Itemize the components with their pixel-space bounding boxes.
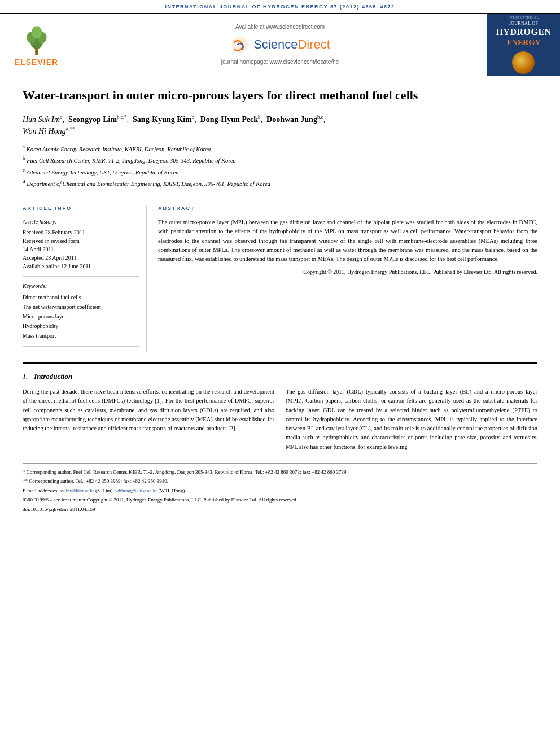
- footnote-email: E-mail addresses: sylim@kier.re.kr (S. L…: [23, 487, 537, 495]
- authors-line: Hun Suk Ima, Seongyop Limb,c,*, Sang-Kyu…: [23, 113, 537, 137]
- main-content: Water-transport in outer micro-porous la…: [0, 76, 560, 513]
- section-title: Introduction: [34, 372, 72, 381]
- keywords-group: Keywords: Direct methanol fuel cells The…: [23, 282, 139, 340]
- footnotes-area: * Corresponding author. Fuel Cell Resear…: [23, 463, 537, 513]
- section-number: 1.: [23, 373, 28, 381]
- article-history-group: Article history: Received 28 February 20…: [23, 218, 139, 270]
- introduction-heading: 1. Introduction: [23, 372, 537, 382]
- divider-1: [23, 198, 537, 198]
- footnote-issn: 0360-3199/$ – see front matter Copyright…: [23, 496, 537, 504]
- affiliations: a Korea Atomic Energy Research Institute…: [23, 143, 537, 189]
- sciencedirect-icon: [230, 34, 250, 55]
- sciencedirect-logo: ScienceDirect: [230, 34, 330, 55]
- abstract-col: ABSTRACT The outer micro-porous layer (M…: [158, 205, 537, 352]
- author-hun-suk-im: Hun Suk Ima: [23, 115, 63, 124]
- affil-a: a Korea Atomic Energy Research Institute…: [23, 143, 537, 154]
- intro-left-col: During the past decade, there have been …: [23, 387, 274, 452]
- available-online-date: Available online 12 June 2011: [23, 262, 139, 270]
- svg-point-5: [35, 47, 38, 51]
- revised-form-label: Received in revised form: [23, 237, 139, 245]
- keyword-3: Micro-porous layer: [23, 312, 139, 321]
- elsevier-wordmark: ELSEVIER: [15, 57, 58, 68]
- introduction-section: 1. Introduction During the past decade, …: [23, 362, 537, 452]
- introduction-body: During the past decade, there have been …: [23, 387, 537, 452]
- journal-homepage-text: journal homepage: www.elsevier.com/locat…: [221, 58, 339, 66]
- elsevier-tree-icon: [20, 21, 54, 55]
- keyword-2: The net water-transport coefficient: [23, 302, 139, 312]
- author-sang-kyung-kim: Sang-Kyung Kimb: [133, 115, 194, 124]
- author-dong-hyun-peck: Dong-Hyun Peckb: [200, 115, 261, 124]
- revised-date: 14 April 2011: [23, 245, 139, 254]
- divider-keywords: [23, 276, 139, 277]
- abstract-copyright: Copyright © 2011, Hydrogen Energy Public…: [158, 268, 537, 276]
- abstract-text: The outer micro-porous layer (MPL) betwe…: [158, 218, 537, 264]
- hydrogen-energy-cover: International Journal of HYDROGEN ENERGY: [487, 14, 560, 76]
- keywords-title: Keywords:: [23, 282, 139, 290]
- article-info-label: ARTICLE INFO: [23, 205, 139, 212]
- svg-point-4: [31, 27, 41, 39]
- footnote-star1: * Corresponding author. Fuel Cell Resear…: [23, 468, 537, 476]
- he-hydrogen-text: HYDROGEN: [496, 27, 551, 37]
- keyword-4: Hydrophobicity: [23, 321, 139, 331]
- elsevier-logo-area: ELSEVIER: [0, 14, 73, 76]
- author-won-hi-hong: Won Hi Hongd,**: [23, 127, 75, 136]
- author-doohwan-jung: Doohwan Jungb,c: [266, 115, 323, 124]
- he-intl-text: International: [508, 15, 539, 20]
- he-journal-text: Journal of: [509, 20, 538, 27]
- paper-title: Water-transport in outer micro-porous la…: [23, 88, 537, 104]
- affil-d: d Department of Chemical and Biomolecula…: [23, 177, 537, 189]
- sciencedirect-banner: Available at www.sciencedirect.com Scien…: [73, 14, 487, 76]
- intro-right-text: The gas diffusion layer (GDL) typically …: [286, 387, 537, 452]
- affil-b: b Fuel Cell Research Center, KIER, 71-2,…: [23, 154, 537, 165]
- intro-right-col: The gas diffusion layer (GDL) typically …: [286, 387, 537, 452]
- svg-rect-6: [35, 51, 38, 55]
- keyword-5: Mass transport: [23, 331, 139, 340]
- email-link-hong[interactable]: whhong@kaist.ac.kr: [115, 488, 157, 493]
- received-date: Received 28 February 2011: [23, 228, 139, 237]
- available-text: Available at www.sciencedirect.com: [235, 23, 325, 31]
- intro-left-text: During the past decade, there have been …: [23, 387, 274, 433]
- abstract-label: ABSTRACT: [158, 205, 537, 212]
- sciencedirect-wordmark: ScienceDirect: [253, 36, 330, 54]
- article-info-col: ARTICLE INFO Article history: Received 2…: [23, 205, 147, 352]
- email-link-lim[interactable]: sylim@kier.re.kr: [60, 488, 94, 493]
- info-abstract-section: ARTICLE INFO Article history: Received 2…: [23, 205, 537, 352]
- article-history-title: Article history:: [23, 218, 139, 226]
- affil-c: c Advanced Energy Technology, UST, Daeje…: [23, 166, 537, 177]
- divider-bottom-left: [23, 346, 139, 347]
- journal-header: INTERNATIONAL JOURNAL OF HYDROGEN ENERGY…: [0, 0, 560, 14]
- footnote-star2: ** Corresponding author. Tel.: +82 42 35…: [23, 477, 537, 485]
- footnote-doi: doi:10.1016/j.ijhydene.2011.04.159: [23, 505, 537, 513]
- author-seongyop-lim: Seongyop Limb,c,*: [68, 115, 126, 124]
- he-energy-text: ENERGY: [507, 37, 541, 49]
- keyword-1: Direct methanol fuel cells: [23, 292, 139, 302]
- journal-banner: ELSEVIER Available at www.sciencedirect.…: [0, 14, 560, 76]
- accepted-date: Accepted 23 April 2011: [23, 254, 139, 262]
- he-cover-graphic: [512, 51, 535, 74]
